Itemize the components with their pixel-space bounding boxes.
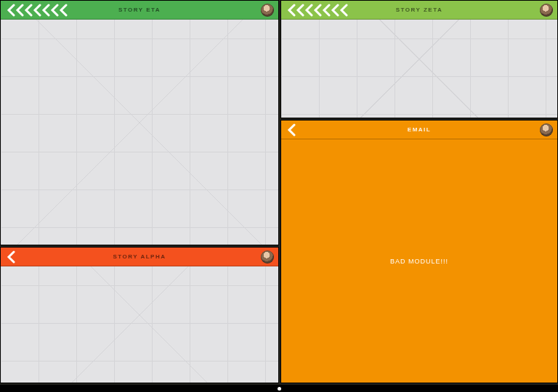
avatar[interactable]: [540, 4, 553, 17]
panel-header[interactable]: STORY ZETA: [281, 1, 557, 20]
panel-story-alpha[interactable]: STORY ALPHA: [0, 247, 279, 383]
panel-story-eta[interactable]: STORY ETA: [0, 0, 279, 245]
error-message: BAD MODULE!!!: [281, 139, 557, 383]
back-chevrons[interactable]: [286, 121, 297, 139]
chevron-left-icon: [57, 4, 69, 17]
panel-body-placeholder: [1, 1, 278, 245]
back-chevrons[interactable]: [5, 248, 17, 266]
panel-email[interactable]: EMAIL BAD MODULE!!!: [280, 120, 558, 383]
back-chevrons[interactable]: [5, 1, 69, 19]
panel-header[interactable]: EMAIL: [281, 121, 557, 139]
pager-bar: [0, 385, 558, 392]
panel-header[interactable]: STORY ALPHA: [1, 248, 278, 266]
chevron-left-icon: [5, 250, 17, 264]
avatar[interactable]: [261, 4, 274, 17]
panel-title: EMAIL: [281, 126, 557, 133]
panel-body-placeholder: [1, 248, 278, 383]
panel-header[interactable]: STORY ETA: [1, 1, 278, 20]
avatar[interactable]: [261, 250, 274, 264]
back-chevrons[interactable]: [286, 1, 349, 19]
panel-title: STORY ALPHA: [1, 253, 278, 260]
chevron-left-icon: [338, 4, 349, 17]
workspace: STORY ETA STORY ZETA STO: [0, 0, 558, 392]
avatar[interactable]: [540, 123, 553, 136]
page-indicator-dot[interactable]: [278, 387, 281, 391]
panel-story-zeta[interactable]: STORY ZETA: [280, 0, 558, 118]
chevron-left-icon: [286, 123, 297, 136]
